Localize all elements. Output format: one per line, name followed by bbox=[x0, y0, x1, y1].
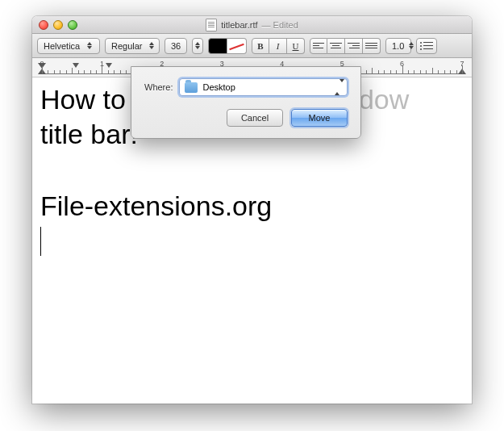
format-toolbar: Helvetica Regular 36 B I U bbox=[32, 34, 472, 58]
move-sheet-dialog: Where: Desktop Cancel Move bbox=[131, 66, 361, 139]
ruler-label: 1 bbox=[100, 60, 104, 68]
italic-button[interactable]: I bbox=[269, 38, 287, 54]
title-filename: titlebar.rtf bbox=[221, 20, 257, 30]
ruler-label: 0 bbox=[40, 60, 44, 68]
text-cursor bbox=[40, 227, 41, 256]
ruler-label: 7 bbox=[460, 60, 464, 68]
where-value: Desktop bbox=[202, 82, 235, 92]
title-edited: — Edited bbox=[262, 20, 298, 30]
minimize-button[interactable] bbox=[53, 20, 63, 30]
cancel-button[interactable]: Cancel bbox=[227, 109, 283, 127]
where-label: Where: bbox=[144, 82, 173, 92]
line-spacing-select[interactable]: 1.0 bbox=[385, 38, 411, 54]
zoom-button[interactable] bbox=[68, 20, 77, 30]
doc-line3: File-extensions.org bbox=[40, 190, 464, 222]
style-group: B I U bbox=[252, 38, 305, 54]
font-family-select[interactable]: Helvetica bbox=[37, 38, 100, 54]
folder-icon bbox=[185, 82, 198, 93]
bold-button[interactable]: B bbox=[252, 38, 269, 54]
highlight-color-swatch[interactable] bbox=[227, 38, 247, 54]
chevron-up-icon bbox=[195, 42, 200, 45]
chevrons-icon bbox=[335, 82, 344, 92]
close-button[interactable] bbox=[39, 20, 48, 30]
font-style-value: Regular bbox=[111, 41, 143, 51]
doc-line1a: How to bbox=[40, 84, 126, 115]
font-size-field[interactable]: 36 bbox=[165, 38, 187, 54]
titlebar: titlebar.rtf — Edited bbox=[32, 16, 472, 34]
align-center-button[interactable] bbox=[327, 38, 345, 54]
window-title[interactable]: titlebar.rtf — Edited bbox=[206, 19, 298, 31]
font-style-select[interactable]: Regular bbox=[105, 38, 160, 54]
list-style-button[interactable] bbox=[416, 38, 437, 54]
where-popup[interactable]: Desktop bbox=[179, 78, 348, 96]
chevrons-icon bbox=[85, 42, 94, 49]
textedit-window: titlebar.rtf — Edited Helvetica Regular … bbox=[32, 16, 472, 404]
move-button[interactable]: Move bbox=[291, 109, 348, 127]
text-color-swatch[interactable] bbox=[208, 38, 227, 54]
line-spacing-value: 1.0 bbox=[392, 41, 404, 51]
document-icon bbox=[206, 19, 217, 31]
align-justify-button[interactable] bbox=[363, 38, 381, 54]
underline-button[interactable]: U bbox=[287, 38, 305, 54]
align-right-button[interactable] bbox=[345, 38, 363, 54]
chevrons-icon bbox=[409, 42, 414, 49]
traffic-lights bbox=[39, 20, 77, 30]
ruler-label: 6 bbox=[400, 60, 404, 68]
align-left-button[interactable] bbox=[310, 38, 327, 54]
chevron-down-icon bbox=[195, 46, 200, 49]
font-family-value: Helvetica bbox=[44, 41, 80, 51]
chevrons-icon bbox=[148, 42, 156, 49]
color-group bbox=[208, 38, 247, 54]
font-size-value: 36 bbox=[171, 41, 181, 51]
font-size-stepper[interactable] bbox=[192, 38, 203, 54]
alignment-group bbox=[310, 38, 381, 54]
